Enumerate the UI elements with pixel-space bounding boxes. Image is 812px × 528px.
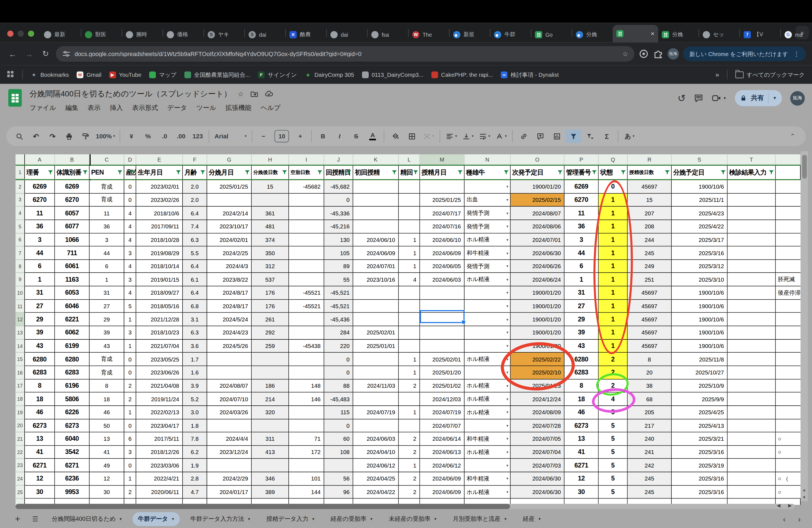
grid-cell[interactable]: 413 xyxy=(251,446,289,459)
address-bar[interactable]: docs.google.com/spreadsheets/d/1Wtz5b9aR… xyxy=(56,46,635,62)
grid-cell[interactable]: 44 xyxy=(25,247,55,260)
column-header[interactable]: O xyxy=(511,155,565,165)
grid-cell[interactable]: 0 xyxy=(324,419,353,432)
grid-cell[interactable]: 2024/01/17 xyxy=(207,485,251,499)
grid-cell[interactable] xyxy=(324,499,353,505)
grid-cell[interactable]: 4 xyxy=(124,287,136,299)
tab-close-icon[interactable]: ✕ xyxy=(651,31,655,36)
grid-cell[interactable]: 2024/07/10 xyxy=(207,393,251,406)
grid-cell[interactable]: 43 xyxy=(565,339,599,353)
browser-tab[interactable]: 最新 xyxy=(40,27,81,43)
currency-button[interactable]: ¥ xyxy=(124,130,140,143)
grid-cell[interactable]: 2024/03/26 xyxy=(207,406,251,419)
grid-cell[interactable]: 49 xyxy=(89,459,124,472)
grid-cell[interactable]: 2024/06/12 xyxy=(420,459,465,472)
grid-cell[interactable]: 312 xyxy=(251,260,289,273)
grid-cell[interactable] xyxy=(727,326,775,339)
menu-item[interactable]: ファイル xyxy=(30,104,56,113)
grid-cell[interactable]: 2 xyxy=(399,446,420,459)
grid-cell[interactable]: 5806 xyxy=(55,393,90,406)
percent-button[interactable]: % xyxy=(140,130,156,143)
grid-cell[interactable]: 育成 xyxy=(89,353,124,366)
grid-cell[interactable] xyxy=(420,180,465,194)
menu-item[interactable]: データ xyxy=(168,104,187,113)
column-header-cell[interactable]: 初回授精 xyxy=(353,166,399,179)
share-dropdown-icon[interactable]: ▼ xyxy=(773,96,777,101)
grid-cell[interactable]: 27 xyxy=(89,299,124,313)
grid-cell[interactable]: ホル精液▼ xyxy=(465,406,511,419)
grid-cell[interactable]: 2024/06/26 xyxy=(511,260,565,273)
grid-cell[interactable] xyxy=(727,472,775,485)
grid-cell[interactable]: 2018/09/27 xyxy=(136,287,183,299)
move-folder-icon[interactable] xyxy=(250,90,258,98)
redo-button[interactable]: ↷ xyxy=(44,130,60,143)
row-header[interactable]: 11 xyxy=(15,299,25,313)
grid-cell[interactable]: 18 xyxy=(25,393,55,406)
grid-cell[interactable]: 育成 xyxy=(89,194,124,207)
grid-cell[interactable]: 0 xyxy=(124,194,136,207)
grid-cell[interactable]: 2024/12/03 xyxy=(420,393,465,406)
column-header-cell[interactable]: 分娩予定日 xyxy=(672,166,728,179)
grid-cell[interactable]: 2025/01/23 xyxy=(511,379,565,393)
grid-cell[interactable] xyxy=(353,313,399,326)
grid-cell[interactable]: 144 xyxy=(289,485,324,499)
all-sheets-button[interactable]: ☰ xyxy=(29,515,41,523)
grid-cell[interactable]: 0 xyxy=(599,180,628,194)
grid-cell[interactable]: ホル精液▼ xyxy=(465,273,511,287)
star-document-icon[interactable]: ☆ xyxy=(238,90,244,98)
grid-cell[interactable]: -45,216 xyxy=(324,220,353,233)
grid-cell[interactable]: 45697 xyxy=(628,299,672,313)
grid-cell[interactable]: 0 xyxy=(124,459,136,472)
grid-cell[interactable] xyxy=(727,499,775,505)
row-header[interactable]: 18 xyxy=(15,393,25,406)
grid-cell[interactable]: -45,682 xyxy=(324,180,353,194)
grid-cell[interactable] xyxy=(251,194,289,207)
grid-cell[interactable]: 6196 xyxy=(55,379,90,393)
grid-cell[interactable]: 5 xyxy=(599,419,628,432)
grid-cell[interactable]: 1163 xyxy=(55,273,90,287)
cell-dropdown-icon[interactable]: ▼ xyxy=(506,437,509,440)
grid-cell[interactable]: 2025/3/19 xyxy=(672,459,728,472)
grid-cell[interactable] xyxy=(399,339,420,353)
cell-dropdown-icon[interactable]: ▼ xyxy=(506,211,509,215)
grid-cell[interactable]: 2023/10/17 xyxy=(207,220,251,233)
sheet-nav-prev-icon[interactable]: ‹ xyxy=(783,515,785,524)
grid-cell[interactable]: 108 xyxy=(324,446,353,459)
grid-cell[interactable]: 55 xyxy=(324,273,353,287)
grid-cell[interactable]: 2024/06/14 xyxy=(420,432,465,446)
column-header[interactable]: S xyxy=(672,155,728,165)
grid-cell[interactable]: 1 xyxy=(599,220,628,233)
grid-cell[interactable]: 6053 xyxy=(55,287,90,299)
browser-tab[interactable]: Sdai xyxy=(245,27,285,43)
grid-cell[interactable]: 2017/5/11 xyxy=(136,432,183,446)
row-header[interactable]: 20 xyxy=(15,419,25,432)
grid-cell[interactable] xyxy=(289,247,324,260)
grid-cell[interactable]: 1 xyxy=(599,287,628,299)
browser-tab[interactable]: Go xyxy=(532,27,572,43)
grid-cell[interactable]: 5 xyxy=(599,406,628,419)
insert-chart-button[interactable] xyxy=(549,130,565,143)
grid-cell[interactable]: 292 xyxy=(251,326,289,339)
browser-tab[interactable]: 腕時 xyxy=(122,27,163,43)
grid-cell[interactable] xyxy=(727,459,775,472)
column-header[interactable]: G xyxy=(207,155,251,165)
grid-cell[interactable]: 1066 xyxy=(55,233,90,247)
column-header-cell[interactable]: 体識別番 xyxy=(55,166,90,179)
grid-cell[interactable]: 45697 xyxy=(628,326,672,339)
column-header[interactable]: F xyxy=(183,155,207,165)
sheet-tab-dropdown-icon[interactable]: ▼ xyxy=(171,517,175,521)
grid-cell[interactable]: 3 xyxy=(89,233,124,247)
sheet-nav-next-icon[interactable]: › xyxy=(798,515,800,524)
grid-cell[interactable]: 2017/09/11 xyxy=(136,220,183,233)
grid-cell[interactable]: 1 xyxy=(399,247,420,260)
grid-cell[interactable]: 6 xyxy=(124,432,136,446)
increase-decimal-button[interactable]: .00 xyxy=(173,130,189,143)
font-size-button[interactable]: 10 xyxy=(272,130,292,143)
grid-cell[interactable]: 2025/01/02 xyxy=(420,379,465,393)
grid-cell[interactable]: 3 xyxy=(565,233,599,247)
sheet-tab[interactable]: 経産▼ xyxy=(518,515,547,523)
back-button[interactable]: ← xyxy=(6,49,19,58)
grid-cell[interactable]: 6077 xyxy=(55,220,90,233)
grid-cell[interactable]: 2.0 xyxy=(183,194,207,207)
grid-cell[interactable]: 8 xyxy=(565,379,599,393)
